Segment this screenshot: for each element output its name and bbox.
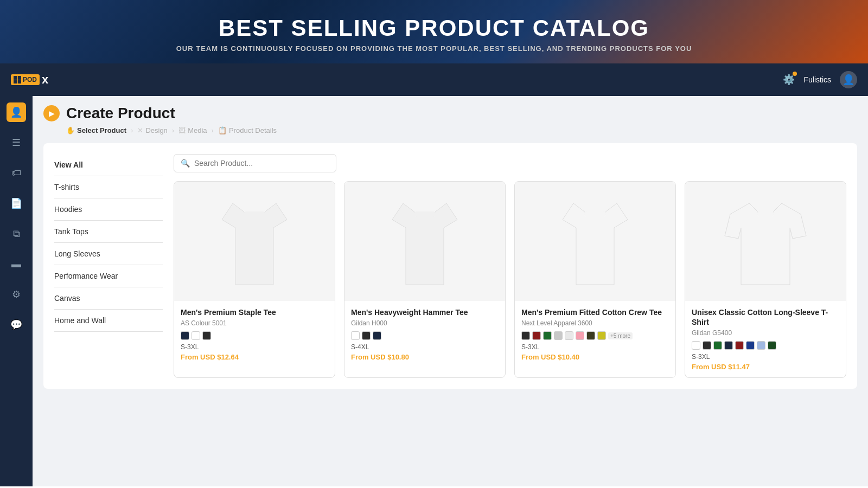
color-swatches-1 xyxy=(181,331,328,340)
color-swatch xyxy=(554,331,563,340)
breadcrumb-select-product[interactable]: ✋ Select Product xyxy=(66,126,126,134)
logo-x: x xyxy=(42,73,48,87)
logo[interactable]: POD x xyxy=(11,73,48,87)
sidebar-icon-settings[interactable]: ⚙ xyxy=(7,285,26,304)
logo-pod: POD xyxy=(23,76,37,84)
settings-button[interactable]: ⚙️ xyxy=(783,74,795,86)
product-price-1: From USD $12.64 xyxy=(181,353,328,361)
category-long-sleeves[interactable]: Long Sleeves xyxy=(54,243,163,265)
svg-rect-3 xyxy=(757,211,774,217)
sidebar-icon-user[interactable]: 👤 xyxy=(7,102,26,122)
color-swatches-4 xyxy=(692,341,839,350)
color-swatch xyxy=(746,341,755,350)
sidebar-icon-layers[interactable]: ⧉ xyxy=(7,224,26,243)
design-icon: ✕ xyxy=(137,126,143,134)
logo-icon: POD xyxy=(11,74,40,85)
product-name-4: Unisex Classic Cotton Long-Sleeve T-Shir… xyxy=(692,307,839,327)
product-brand-1: AS Colour 5001 xyxy=(181,319,328,327)
sidebar-icon-card[interactable]: ▬ xyxy=(7,254,26,274)
color-swatch xyxy=(576,331,584,340)
color-swatch xyxy=(351,331,360,340)
svg-rect-1 xyxy=(414,211,436,217)
hero-banner: BEST SELLING PRODUCT CATALOG OUR TEAM IS… xyxy=(0,0,868,63)
color-swatch xyxy=(362,331,371,340)
content-card: View All T-shirts Hoodies Tank Tops Long… xyxy=(43,143,857,389)
product-sizes-4: S-3XL xyxy=(692,353,839,361)
color-swatch xyxy=(713,341,722,350)
category-tank-tops[interactable]: Tank Tops xyxy=(54,221,163,243)
breadcrumb-product-details[interactable]: 📋 Product Details xyxy=(218,126,277,134)
color-swatch xyxy=(373,331,381,340)
details-icon: 📋 xyxy=(218,126,227,134)
sidebar-icon-tag[interactable]: 🏷 xyxy=(7,163,26,183)
product-card-1[interactable]: Men's Premium Staple Tee AS Colour 5001 … xyxy=(174,181,335,378)
breadcrumb: ✋ Select Product › ✕ Design › 🖼 Media › … xyxy=(66,126,857,134)
left-sidebar: 👤 ☰ 🏷 📄 ⧉ ▬ ⚙ 💬 xyxy=(0,96,33,486)
product-brand-4: Gildan G5400 xyxy=(692,329,839,337)
product-info-2: Men's Heavyweight Hammer Tee Gildan H000… xyxy=(344,301,505,368)
breadcrumb-media[interactable]: 🖼 Media xyxy=(178,126,207,134)
color-swatch xyxy=(532,331,541,340)
product-name-1: Men's Premium Staple Tee xyxy=(181,307,328,317)
sidebar-icon-list[interactable]: ☰ xyxy=(7,133,26,152)
main-layout: 👤 ☰ 🏷 📄 ⧉ ▬ ⚙ 💬 ▶ Create Product ✋ Selec… xyxy=(0,96,868,486)
product-sizes-1: S-3XL xyxy=(181,343,328,351)
color-swatch xyxy=(597,331,606,340)
product-card-4[interactable]: Unisex Classic Cotton Long-Sleeve T-Shir… xyxy=(685,181,846,378)
gear-badge xyxy=(793,72,797,76)
more-colors-3: +5 more xyxy=(608,332,633,339)
product-image-3 xyxy=(515,182,675,301)
user-avatar[interactable]: 👤 xyxy=(840,71,857,88)
product-sizes-2: S-4XL xyxy=(351,343,499,351)
search-input[interactable] xyxy=(194,159,329,168)
breadcrumb-design[interactable]: ✕ Design xyxy=(137,126,167,134)
category-hoodies[interactable]: Hoodies xyxy=(54,198,163,221)
color-swatch xyxy=(735,341,744,350)
category-tshirts[interactable]: T-shirts xyxy=(54,176,163,198)
tshirt-svg-2 xyxy=(381,187,468,296)
product-image-4 xyxy=(685,182,846,301)
product-grid: Men's Premium Staple Tee AS Colour 5001 … xyxy=(174,181,846,378)
color-swatch xyxy=(543,331,552,340)
product-brand-2: Gildan H000 xyxy=(351,319,499,327)
product-price-3: From USD $10.40 xyxy=(521,353,669,361)
hand-icon: ✋ xyxy=(66,126,75,134)
category-performance-wear[interactable]: Performance Wear xyxy=(54,265,163,287)
color-swatch xyxy=(586,331,595,340)
category-sidebar: View All T-shirts Hoodies Tank Tops Long… xyxy=(54,154,163,378)
top-nav: POD x ⚙️ Fulistics 👤 xyxy=(0,63,868,96)
product-card-2[interactable]: Men's Heavyweight Hammer Tee Gildan H000… xyxy=(344,181,506,378)
page-title: Create Product xyxy=(66,105,175,122)
hero-title: BEST SELLING PRODUCT CATALOG xyxy=(11,15,857,41)
color-swatch xyxy=(692,341,700,350)
gear-icon: ⚙️ xyxy=(783,74,795,85)
page-header: ▶ Create Product xyxy=(43,105,857,122)
color-swatch xyxy=(192,331,200,340)
svg-rect-2 xyxy=(584,211,606,217)
search-bar[interactable]: 🔍 xyxy=(174,154,336,172)
tshirt-svg-3 xyxy=(552,187,639,296)
color-swatch xyxy=(521,331,530,340)
sidebar-icon-document[interactable]: 📄 xyxy=(7,194,26,213)
content-area: ▶ Create Product ✋ Select Product › ✕ De… xyxy=(33,96,868,486)
color-swatches-3: +5 more xyxy=(521,331,669,340)
nav-right: ⚙️ Fulistics 👤 xyxy=(783,71,857,88)
category-home-and-wall[interactable]: Home and Wall xyxy=(54,310,163,332)
color-swatch xyxy=(724,341,733,350)
product-card-3[interactable]: Men's Premium Fitted Cotton Crew Tee Nex… xyxy=(514,181,676,378)
longsleeve-svg-4 xyxy=(722,187,809,296)
category-view-all[interactable]: View All xyxy=(54,154,163,176)
color-swatch xyxy=(565,331,573,340)
product-sizes-3: S-3XL xyxy=(521,343,669,351)
category-canvas[interactable]: Canvas xyxy=(54,287,163,310)
svg-rect-0 xyxy=(244,211,265,217)
username: Fulistics xyxy=(803,75,831,84)
hero-subtitle: OUR TEAM IS CONTINUOUSLY FOCUSED ON PROV… xyxy=(11,44,857,53)
product-info-4: Unisex Classic Cotton Long-Sleeve T-Shir… xyxy=(685,301,846,377)
sidebar-icon-chat[interactable]: 💬 xyxy=(7,315,26,335)
product-name-3: Men's Premium Fitted Cotton Crew Tee xyxy=(521,307,669,317)
product-info-1: Men's Premium Staple Tee AS Colour 5001 … xyxy=(174,301,335,368)
media-icon: 🖼 xyxy=(178,126,186,134)
color-swatch xyxy=(181,331,189,340)
product-name-2: Men's Heavyweight Hammer Tee xyxy=(351,307,499,317)
